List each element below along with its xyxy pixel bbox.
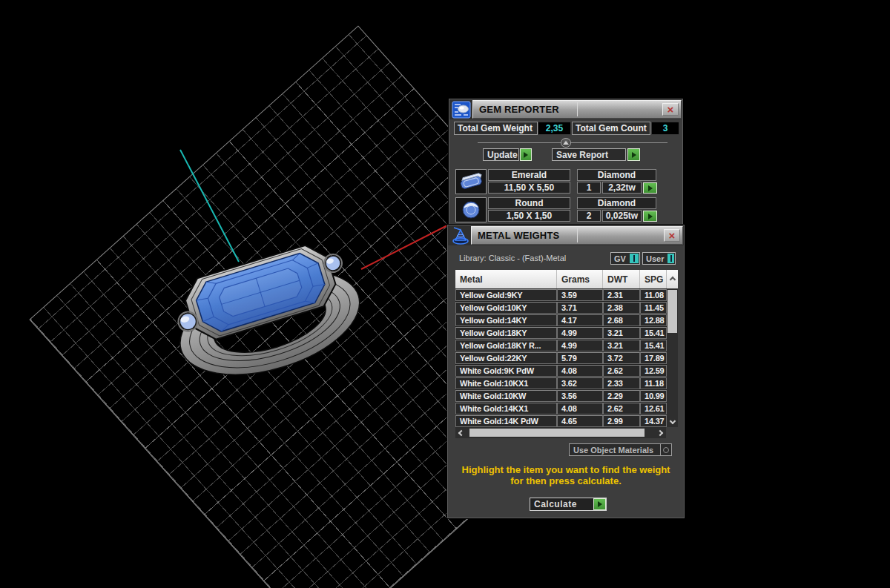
gem-reporter-titlebar[interactable]: GEM REPORTER × [449, 99, 682, 119]
table-cell: 4.99 [557, 327, 603, 339]
horizontal-scrollbar[interactable] [455, 427, 666, 438]
scrollbar-thumb[interactable] [668, 290, 677, 333]
total-gem-weight-value: 2,35 [538, 122, 571, 135]
scroll-right-button[interactable] [654, 427, 666, 438]
vertical-scrollbar[interactable] [667, 288, 678, 427]
gv-toggle-button[interactable]: GV [610, 252, 640, 265]
table-row[interactable]: White Gold:9K PdW4.082.6212.59 [455, 364, 667, 377]
ring-group [167, 236, 367, 388]
gem-go-button[interactable] [643, 182, 657, 194]
gem-row[interactable]: Round Diamond 1,50 X 1,50 2 0,025tw [449, 197, 684, 223]
table-cell: White Gold:10KX1 [455, 377, 557, 389]
table-cell: 4.08 [557, 365, 603, 377]
titlebar-divider [577, 102, 578, 116]
table-cell: 3.72 [603, 352, 640, 364]
table-cell: 4.99 [557, 340, 603, 351]
ring-model[interactable] [167, 236, 367, 388]
metal-table-header: MetalGramsDWTSPG [455, 270, 667, 288]
table-cell: 15.41 [640, 327, 667, 339]
column-header-dwt[interactable]: DWT [603, 270, 640, 288]
table-cell: Yellow Gold:9KY [455, 289, 557, 301]
gem-size-cell: 11,50 X 5,50 [488, 182, 570, 194]
column-header-spg[interactable]: SPG [640, 270, 667, 288]
calculate-go-button[interactable] [593, 498, 606, 510]
table-cell: Yellow Gold:10KY [455, 302, 557, 314]
play-icon [648, 185, 653, 191]
scroll-down-button[interactable] [667, 415, 678, 427]
update-button[interactable]: Update [483, 148, 519, 161]
gem-count-cell: 1 [577, 182, 601, 194]
metal-weights-panel: METAL WEIGHTS × Library: Classic - (Fast… [447, 225, 685, 518]
gem-weight-cell: 2,32tw [602, 182, 642, 194]
table-cell: 11.08 [640, 289, 667, 301]
table-cell: 2.62 [603, 403, 640, 414]
gem-row[interactable]: Emerald Diamond 11,50 X 5,50 1 2,32tw [449, 169, 684, 195]
close-button[interactable]: × [664, 229, 680, 242]
table-cell: 4.17 [557, 314, 603, 326]
table-row[interactable]: Yellow Gold:9KY3.592.3111.08 [455, 288, 667, 301]
table-row[interactable]: Yellow Gold:14KY4.172.6812.88 [455, 314, 667, 326]
table-row[interactable]: White Gold:10KX13.622.3311.18 [455, 377, 667, 389]
play-icon [632, 152, 636, 158]
table-row[interactable]: Yellow Gold:18KY R...4.993.2115.41 [455, 339, 667, 351]
table-row[interactable]: White Gold:14KX14.082.6212.61 [455, 402, 667, 414]
table-cell: White Gold:9K PdW [455, 365, 557, 377]
update-go-button[interactable] [520, 148, 532, 161]
metal-weights-titlebar[interactable]: METAL WEIGHTS × [448, 225, 684, 245]
gem-shape-cell: Round [488, 197, 570, 209]
use-object-materials-button[interactable]: Use Object Materials [569, 443, 672, 456]
column-header-metal[interactable]: Metal [455, 270, 557, 288]
play-icon [524, 152, 528, 158]
table-cell: 2.99 [603, 415, 640, 427]
table-cell: White Gold:10KW [455, 390, 557, 402]
column-header-grams[interactable]: Grams [557, 270, 603, 288]
table-cell: 4.65 [557, 415, 603, 427]
round-gem-icon [455, 197, 487, 222]
viewport-3d[interactable]: GEM REPORTER × Total Gem Weight 2,35 Tot… [0, 0, 890, 588]
scrollbar-thumb[interactable] [469, 429, 645, 437]
table-row[interactable]: Yellow Gold:22KY5.793.7217.89 [455, 351, 667, 364]
table-cell: 2.62 [603, 365, 640, 377]
circle-icon [663, 447, 669, 453]
table-cell: 12.88 [640, 314, 667, 326]
scroll-up-button[interactable] [667, 270, 678, 288]
table-row[interactable]: White Gold:10KW3.562.2910.99 [455, 389, 667, 402]
panel-title: GEM REPORTER [473, 104, 559, 115]
gem-slider-handle[interactable] [561, 138, 571, 148]
metal-weights-table: MetalGramsDWTSPG Yellow Gold:9KY3.592.31… [455, 270, 678, 427]
close-button[interactable]: × [662, 103, 679, 116]
user-toggle-button[interactable]: User [642, 252, 676, 265]
user-label: User [643, 253, 667, 264]
table-cell: White Gold:14K PdW [455, 415, 557, 427]
table-cell: 3.21 [603, 327, 640, 339]
slider-up-icon [563, 141, 569, 145]
gem-go-button[interactable] [643, 211, 657, 222]
save-report-button[interactable]: Save Report [552, 148, 626, 161]
table-cell: 2.29 [603, 390, 640, 402]
metal-weights-icon [448, 225, 471, 245]
table-cell: 2.38 [603, 302, 640, 314]
chevron-right-icon [657, 429, 663, 435]
table-row[interactable]: Yellow Gold:10KY3.712.3811.45 [455, 301, 667, 314]
table-row[interactable]: White Gold:14K PdW4.652.9914.37 [455, 414, 667, 427]
total-gem-count-value: 3 [651, 122, 679, 135]
table-cell: 15.41 [640, 340, 667, 351]
table-row[interactable]: Yellow Gold:18KY4.993.2115.41 [455, 326, 667, 339]
save-report-go-button[interactable] [627, 148, 640, 161]
table-cell: 12.61 [640, 403, 667, 414]
table-cell: Yellow Gold:18KY R... [455, 340, 557, 351]
instruction-line-2: for then press calculate. [448, 475, 684, 486]
metal-table-body: Yellow Gold:9KY3.592.3111.08Yellow Gold:… [455, 288, 667, 427]
table-cell: 11.18 [640, 377, 667, 389]
calculate-label: Calculate [530, 498, 593, 510]
titlebar-surface[interactable]: GEM REPORTER × [472, 100, 682, 119]
table-cell: 3.71 [557, 302, 603, 314]
slider-track [478, 142, 668, 143]
panel-title: METAL WEIGHTS [472, 230, 559, 241]
chevron-up-icon [669, 276, 675, 282]
scroll-left-button[interactable] [455, 427, 467, 438]
titlebar-surface[interactable]: METAL WEIGHTS × [471, 226, 683, 245]
calculate-button[interactable]: Calculate [530, 498, 607, 511]
gv-label: GV [611, 253, 629, 264]
instruction-line-1: Highlight the item you want to find the … [448, 464, 684, 475]
